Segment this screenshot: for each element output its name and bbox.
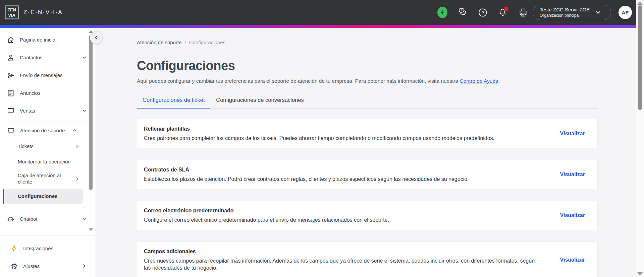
chevron-right-icon — [75, 144, 80, 149]
help-icon[interactable]: ? — [478, 7, 488, 17]
card-sla-contracts: Contratos de SLA Establezca los plazos d… — [137, 160, 598, 189]
organization-selector[interactable]: Teste ZCC Servir ZOE Organización princi… — [533, 5, 611, 20]
notifications-bell-icon[interactable] — [498, 7, 508, 17]
gear-icon: ⚙ — [10, 262, 18, 270]
svg-text:ZEN: ZEN — [7, 7, 16, 12]
card-description: Configure el correo electrónico predeter… — [144, 216, 540, 223]
sidebar-item-label: Ajustes — [23, 263, 77, 269]
card-fill-templates: Rellenar plantillas Crea patrones para c… — [137, 119, 598, 148]
sidebar-footer: Integraciones ⚙ Ajustes — [0, 235, 96, 277]
organization-name: Teste ZCC Servir ZOE — [540, 7, 590, 13]
page-description-suffix: . — [498, 78, 500, 84]
help-center-link[interactable]: Centro de Ayuda — [460, 78, 498, 84]
selected-indicator — [3, 189, 4, 204]
sidebar-item-label: Chatbot — [20, 216, 77, 222]
sidebar-item-label: Página de inicio — [20, 37, 87, 43]
card-title: Contratos de SLA — [144, 166, 540, 173]
sidebar-item-label: Integraciones — [23, 246, 87, 251]
svg-text:VIA: VIA — [8, 13, 15, 18]
chevron-right-icon — [82, 264, 87, 269]
visualize-link[interactable]: Visualizar — [560, 257, 585, 263]
send-icon — [7, 71, 15, 79]
visualize-link[interactable]: Visualizar — [560, 171, 585, 178]
chevron-down-icon — [82, 216, 87, 221]
sidebar-subitem-customer-service-box[interactable]: Caja de atención al cliente — [3, 169, 86, 188]
sidebar-scroll-down-arrow[interactable] — [89, 228, 93, 231]
robot-icon — [7, 215, 15, 223]
card-description: Cree nuevos campos para recopilar más in… — [144, 257, 540, 271]
sidebar-scrollbar-thumb[interactable] — [89, 35, 93, 190]
page-title: Configuraciones — [137, 58, 598, 73]
tab-conversation-configurations[interactable]: Configuraciones de conversaciones — [210, 97, 309, 108]
zenvia-logo[interactable]: ZEN VIA Z·E·N·V·I·A — [5, 5, 63, 19]
sidebar-subitem-configurations[interactable]: Configuraciones — [5, 189, 83, 204]
tabs: Configuraciones de ticket Configuracione… — [137, 97, 598, 109]
breadcrumb: Atención de soporte / Configuraciones — [137, 40, 598, 45]
ticket-icon — [7, 126, 15, 134]
sidebar: Página de inicio Contactos Envío de mens… — [0, 28, 96, 277]
announcements-icon — [7, 89, 15, 97]
sidebar-item-label: Envío de mensajes — [20, 72, 87, 78]
breadcrumb-support[interactable]: Atención de soporte — [137, 40, 181, 45]
page-scrollbar[interactable] — [636, 0, 644, 277]
status-lightning-icon[interactable] — [437, 7, 447, 17]
top-bar: ZEN VIA Z·E·N·V·I·A ? ? — [0, 0, 636, 25]
svg-text:?: ? — [461, 8, 462, 12]
chevron-down-icon — [82, 108, 87, 113]
scroll-up-arrow[interactable] — [637, 2, 643, 5]
main-content: Atención de soporte / Configuraciones Co… — [96, 28, 636, 277]
settings-card-list: Rellenar plantillas Crea patrones para c… — [137, 119, 598, 277]
card-description: Establezca los plazos de atención. Podrá… — [144, 176, 540, 183]
sidebar-item-label: Anuncios — [20, 90, 87, 96]
sidebar-scrollbar[interactable] — [89, 29, 93, 231]
contacts-icon — [7, 54, 15, 62]
sidebar-subitem-monitor[interactable]: Monitorear la operación — [3, 154, 86, 169]
sidebar-group-support: Atención de soporte Tickets Monitorear l… — [3, 122, 86, 208]
card-title: Rellenar plantillas — [144, 126, 540, 132]
breadcrumb-separator: / — [184, 40, 186, 45]
sidebar-item-label: Atención de soporte — [20, 128, 67, 133]
notification-badge — [504, 7, 508, 11]
sidebar-item-contacts[interactable]: Contactos — [0, 49, 96, 66]
sidebar-item-announcements[interactable]: Anuncios — [0, 84, 96, 102]
page-scrollbar-thumb[interactable] — [638, 5, 642, 110]
sidebar-item-label: Ventas — [20, 108, 77, 114]
sidebar-item-settings[interactable]: ⚙ Ajustes — [0, 257, 96, 275]
sidebar-item-integrations[interactable]: Integraciones — [0, 239, 96, 257]
chevron-up-icon — [72, 128, 77, 133]
sidebar-subitem-tickets[interactable]: Tickets — [3, 139, 86, 154]
sidebar-item-sales[interactable]: Ventas — [0, 102, 96, 120]
sidebar-item-messaging[interactable]: Envío de mensajes — [0, 66, 96, 84]
zenvia-wordmark: Z·E·N·V·I·A — [23, 9, 63, 16]
breadcrumb-configurations: Configuraciones — [189, 40, 225, 45]
sidebar-item-home[interactable]: Página de inicio — [0, 31, 96, 49]
sidebar-subitem-label: Configuraciones — [18, 193, 77, 200]
sidebar-item-label: Contactos — [20, 55, 77, 60]
tab-ticket-configurations[interactable]: Configuraciones de ticket — [137, 97, 210, 109]
page-description-text: Aquí puedes configurar y cambiar tus pre… — [137, 78, 460, 84]
chevron-right-icon — [75, 177, 80, 182]
visualize-link[interactable]: Visualizar — [560, 131, 585, 137]
scroll-down-arrow[interactable] — [637, 272, 643, 275]
card-title: Correo electrónico predeterminado — [144, 207, 540, 214]
sidebar-subitem-label: Tickets — [18, 143, 71, 150]
lightning-icon — [10, 245, 18, 253]
sidebar-item-chatbot[interactable]: Chatbot — [0, 210, 96, 228]
visualize-link[interactable]: Visualizar — [560, 212, 585, 218]
support-chat-icon[interactable]: ? — [458, 7, 468, 17]
print-icon[interactable] — [518, 7, 528, 17]
chevron-down-icon — [594, 9, 602, 16]
svg-text:?: ? — [481, 10, 484, 15]
sidebar-subitem-label: Caja de atención al cliente — [18, 172, 71, 185]
sidebar-collapse-button[interactable] — [90, 31, 102, 44]
organization-subtitle: Organización principal — [540, 13, 590, 18]
chevron-down-icon — [82, 55, 87, 60]
zenvia-logo-icon: ZEN VIA — [5, 5, 19, 19]
brand-gradient-bar — [0, 25, 636, 28]
sidebar-item-support[interactable]: Atención de soporte — [3, 122, 86, 139]
card-additional-fields: Campos adicionales Cree nuevos campos pa… — [137, 241, 598, 277]
avatar-initials: AE — [622, 10, 629, 15]
sidebar-subitem-label: Monitorear la operación — [18, 159, 80, 165]
card-default-email: Correo electrónico predeterminado Config… — [137, 201, 598, 230]
user-avatar[interactable]: AE — [619, 6, 632, 19]
